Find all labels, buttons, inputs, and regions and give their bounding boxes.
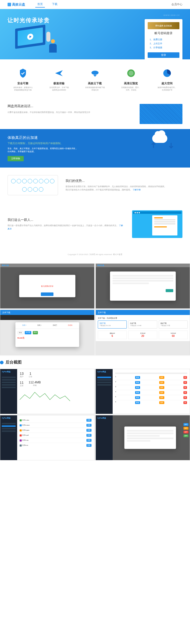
- feature-title: 极速传输: [49, 82, 69, 85]
- accel-desc: 安全、高效、真正不限速，文件下载最受欢迎。采用阿里云服务+存储技术机，任何网络，…: [8, 147, 78, 154]
- screenshot-1: 高效云盘 暂无权限或登录: [0, 263, 94, 309]
- logo-icon: [8, 3, 11, 6]
- logo-text: 高效云盘: [12, 2, 25, 7]
- logo[interactable]: 高效云盘: [8, 2, 25, 7]
- nav-member[interactable]: 会员中心: [171, 3, 182, 6]
- top-nav: 高效云盘 首页 下载 会员中心: [0, 0, 190, 9]
- team-section: 我们这么一群人... 我们是一群热爱分享的产品人与程序员，如果你感兴趣且有建议给…: [0, 203, 190, 246]
- admin-sidebar: XyPan网盘: [0, 369, 17, 414]
- team-desc: 我们是一群热爱分享的产品人与程序员，如果你感兴趣且有建议给我们一起参与在这上，只…: [8, 224, 124, 231]
- screen-graphic: [15, 25, 45, 49]
- feature-title: 超大空间: [157, 82, 177, 85]
- screenshot-admin-2: XyPan网盘 1标签编辑删 2标签编辑删 3标签编辑删 4标签编辑删 5标签编…: [96, 369, 190, 414]
- globe-icon: [125, 67, 137, 79]
- nav-download[interactable]: 下载: [50, 1, 59, 8]
- screenshots-section: 高效云盘 暂无权限或登录 高效云盘 文件下载: [0, 263, 190, 460]
- advantage-graphic: [8, 175, 58, 195]
- admin-sidebar: XyPan网盘: [96, 415, 113, 460]
- efficient-section: 网盘用高效说话... 付费不是目的重在体验，不追求价格优势而看重价值，专注只做好…: [0, 99, 190, 129]
- nav-items: 首页 下载: [35, 1, 59, 8]
- plane-icon: [53, 67, 65, 79]
- admin-sidebar: XyPan网盘: [0, 415, 17, 460]
- step-1: 1、免费注册: [150, 37, 179, 42]
- team-title: 我们这么一群人...: [8, 218, 124, 222]
- accel-section: 体验真正的云加速 下载无任何限制，无验证码等影响用户体验限制。 安全、高效、真正…: [0, 129, 190, 168]
- feature-preview: 高清云预览 音视频在线预览，图片、文档、压缩包: [121, 67, 141, 91]
- person-graphic: [45, 39, 60, 57]
- feature-desc: 音视频在线预览，图片、文档、压缩包: [121, 86, 141, 91]
- accel-cta-button[interactable]: 立即体验: [8, 156, 24, 161]
- feature-title: 安全可靠: [13, 82, 33, 85]
- feature-desc: 百兆宽带光纤，文件下载速度高达10MB/秒: [49, 86, 69, 91]
- mock-window-graphic: [132, 210, 182, 238]
- feature-cloud-dl: 高效云下载 自研离线服务器TB级下载存储支持: [85, 67, 105, 91]
- step-3: 3、分享链接: [150, 46, 179, 50]
- feature-speed: 极速传输 百兆宽带光纤，文件下载速度高达10MB/秒: [49, 67, 69, 91]
- feature-title: 高效云下载: [85, 82, 105, 85]
- modal-graphic: [124, 427, 176, 449]
- badge-dot-icon: [0, 361, 4, 364]
- feature-desc: 多副本备份，多数据中心存储保障数据安全可靠: [13, 86, 33, 91]
- shield-icon: [17, 67, 29, 79]
- watermark: WWW.0NW.CC: [163, 14, 180, 16]
- pattern-graphic: [140, 104, 182, 124]
- login-title: 帐号密码登录: [148, 31, 179, 35]
- step-2: 2、上传文件: [150, 42, 179, 46]
- login-card: 周年盛典 会员钜惠 帐号密码登录 1、免费注册 2、上传文件 3、分享链接 登录…: [145, 19, 182, 59]
- backend-header: 后台截图: [0, 356, 190, 369]
- advantage-desc: 最强绿色安全团队打造，拒绝任何广告和捆绑软件，无人修改资料流出，你的资料更加隐私…: [66, 185, 182, 192]
- admin-sidebar: XyPan网盘: [96, 369, 113, 414]
- footer: Copyright © 2018-2021 为米吧 All rights res…: [0, 246, 190, 263]
- backend-title: 后台截图: [6, 360, 22, 365]
- advantage-title: 我们的优势...: [66, 179, 182, 183]
- screenshot-admin-4: XyPan网盘 操作操作操作操作: [96, 415, 190, 460]
- screenshot-admin-1: XyPan网盘 13用户 1订单 11文件 112.4MB存储: [0, 369, 94, 414]
- feature-desc: 自研离线服务器TB级下载存储支持: [85, 86, 105, 91]
- hero-section: 让时光传承珍贵 WWW.0NW.CC 周年盛典 会员钜惠 帐号密码登录 1、免费…: [0, 9, 190, 59]
- screenshot-4: 文件下载 文件下载：为米吧的分享 普通下载下载速度 50-100 高速下载下载速…: [96, 310, 190, 355]
- screenshot-3: 文件下载 方式一 方式二 方式三 方式四 标签 支付宝 微信 ¥6.00元: [0, 310, 94, 355]
- feature-security: 安全可靠 多副本备份，多数据中心存储保障数据安全可靠: [13, 67, 33, 91]
- login-ad-banner[interactable]: 周年盛典 会员钜惠: [148, 22, 179, 29]
- cloud-down-icon: [89, 67, 101, 79]
- advantage-link[interactable]: 了解详情: [133, 189, 141, 191]
- hero-title: 让时光传承珍贵: [8, 17, 50, 24]
- shot-header: 文件下载: [96, 310, 190, 315]
- play-icon: [27, 33, 33, 40]
- feature-desc: 海量5TB免费存储空间，支持按需扩容: [157, 86, 177, 91]
- feature-space: 超大空间 海量5TB免费存储空间，支持按需扩容: [157, 67, 177, 91]
- pie-icon: [161, 67, 173, 79]
- cloud-arrows-icon: [152, 134, 177, 149]
- shot-header: 文件下载: [0, 310, 94, 315]
- svg-point-2: [129, 71, 134, 76]
- advantage-section: 我们的优势... 最强绿色安全团队打造，拒绝任何广告和捆绑软件，无人修改资料流出…: [0, 168, 190, 203]
- hero-illustration: [5, 24, 71, 57]
- feature-title: 高清云预览: [121, 82, 141, 85]
- modal-graphic: [110, 271, 176, 301]
- screenshot-2: 高效云盘: [96, 263, 190, 309]
- features-row: 安全可靠 多副本备份，多数据中心存储保障数据安全可靠 极速传输 百兆宽带光纤，文…: [0, 59, 190, 99]
- login-button[interactable]: 登录: [148, 52, 179, 58]
- modal-graphic: 方式一 方式二 方式三 方式四 标签 支付宝 微信 ¥6.00元: [15, 322, 79, 347]
- chart-graphic: [20, 390, 92, 402]
- nav-home[interactable]: 首页: [35, 1, 45, 8]
- screenshot-admin-3: XyPan网盘 文件1.xlsx查看 文件2.docx查看 文件3.pptx查看…: [0, 415, 94, 460]
- login-steps: 1、免费注册 2、上传文件 3、分享链接: [148, 37, 179, 50]
- modal-graphic: 暂无权限或登录: [19, 275, 76, 297]
